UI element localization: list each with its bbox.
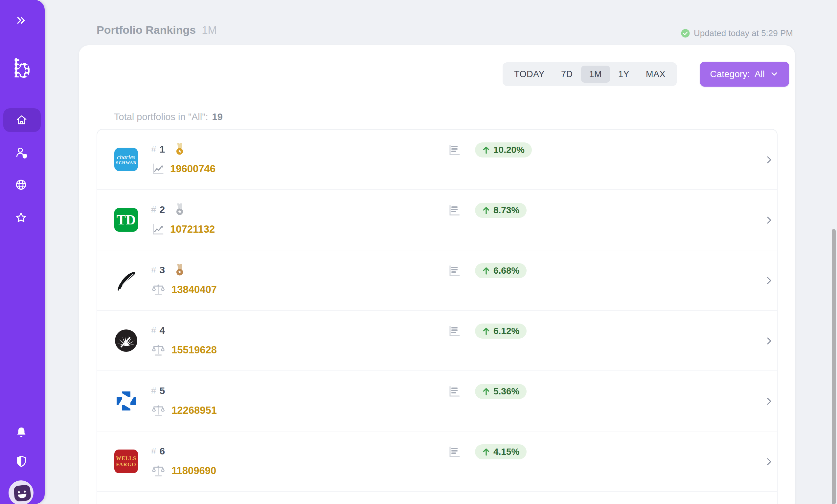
b-honeycomb-logo-icon: b [12, 56, 33, 81]
change-badge: 6.12% [475, 323, 527, 339]
medal-icon [174, 203, 185, 216]
metric-icon [151, 464, 165, 478]
avatar-face [14, 485, 32, 502]
chase-logo [114, 389, 138, 413]
portfolio-logo: charles SCHWAB TD [114, 268, 138, 292]
double-chevron-right-icon [15, 15, 27, 26]
table-row[interactable]: charles SCHWAB TD [97, 492, 777, 504]
collapse-sidebar-button[interactable] [15, 14, 28, 27]
sidebar-item-users[interactable] [15, 146, 28, 160]
chevron-right-icon [764, 396, 774, 406]
table-row[interactable]: charles SCHWAB TD [97, 190, 777, 250]
category-label: Category: [710, 69, 750, 79]
line-chart-icon [151, 163, 164, 175]
time-filter-option[interactable]: 7D [553, 66, 581, 83]
username-line: 19600746 [151, 161, 215, 177]
metric-icon [151, 343, 165, 357]
balance-scale-icon [151, 283, 165, 297]
rank-line: # 5 [151, 383, 185, 399]
bell-icon [15, 425, 28, 440]
time-filter-option[interactable]: TODAY [506, 66, 553, 83]
table-row[interactable]: charles SCHWAB TD [97, 311, 777, 371]
schwab-logo: charles SCHWAB [114, 148, 138, 171]
category-dropdown-button[interactable]: Category: All [700, 62, 789, 87]
shield-icon [15, 454, 28, 469]
td-bank-logo: TD [114, 208, 138, 232]
metric-icon [151, 283, 165, 297]
medal-icon [174, 263, 185, 277]
arrow-up-icon [482, 387, 490, 396]
time-filter-option[interactable]: 1M [581, 66, 610, 83]
rankings-list: charles SCHWAB TD [96, 129, 778, 504]
table-row[interactable]: charles SCHWAB TD [97, 431, 777, 492]
app-logo: b [11, 55, 34, 81]
change-percent: 10.20% [493, 145, 524, 155]
svg-text:b: b [13, 56, 31, 81]
bar-chart-icon [448, 144, 461, 156]
balance-scale-icon [151, 404, 165, 417]
balance-scale-icon [151, 343, 165, 357]
sidebar-item-explore[interactable] [14, 178, 28, 192]
portfolio-username: 13840407 [172, 284, 217, 296]
balance-scale-icon [151, 464, 165, 478]
rank-line: # 2 [151, 202, 185, 218]
updated-status: Updated today at 5:29 PM [681, 28, 793, 38]
change-badge: 6.68% [475, 263, 527, 278]
rank-hash: # [151, 325, 156, 336]
change-badge: 4.15% [475, 444, 527, 460]
time-filter-group: TODAY 7D 1M 1Y MAX [503, 62, 677, 86]
portfolio-username: 19600746 [170, 163, 215, 175]
sidebar-item-security[interactable] [15, 454, 28, 469]
star-icon [14, 211, 28, 225]
sidebar-item-notifications[interactable] [15, 425, 28, 440]
rank-line: # 3 [151, 262, 185, 278]
sidebar-item-profile[interactable] [8, 480, 34, 504]
globe-icon [14, 178, 28, 192]
time-filter-option[interactable]: MAX [638, 66, 674, 83]
bar-chart-icon [448, 325, 461, 337]
rank-number: 5 [160, 385, 165, 396]
username-line: 11809690 [151, 463, 216, 479]
rank-hash: # [151, 144, 156, 154]
change-badge: 8.73% [475, 203, 527, 218]
rank-line: # 4 [151, 322, 185, 338]
wells-fargo-logo: WELLS FARGO [114, 450, 138, 473]
portfolio-logo: charles SCHWAB TD [114, 389, 138, 413]
chevron-right-icon [764, 215, 774, 225]
portfolio-logo: charles SCHWAB TD [114, 450, 138, 473]
check-circle-icon [681, 29, 690, 38]
metric-icon [151, 404, 165, 417]
arrow-up-icon [482, 146, 490, 154]
chevron-right-icon [764, 155, 774, 165]
line-chart-icon [151, 223, 164, 236]
username-line: 12268951 [151, 403, 217, 418]
table-row[interactable]: charles SCHWAB TD [97, 371, 777, 431]
medal-icon [174, 143, 185, 156]
page-title-period: 1M [202, 24, 217, 36]
change-percent: 8.73% [493, 205, 519, 216]
table-row[interactable]: charles SCHWAB TD [97, 250, 777, 311]
change-percent: 6.68% [493, 265, 519, 276]
time-filter-option[interactable]: 1Y [610, 66, 638, 83]
bar-chart-icon [448, 204, 461, 216]
sidebar: b [0, 0, 45, 504]
chevron-down-icon [769, 69, 779, 79]
rank-line: # 1 [151, 142, 185, 157]
portfolio-username: 10721132 [170, 223, 215, 235]
total-portfolios-line: Total portfolios in "All":19 [114, 112, 223, 123]
bar-chart-icon [448, 386, 461, 397]
rank-number: 3 [160, 264, 165, 276]
username-line: 13840407 [151, 282, 217, 298]
sidebar-item-home[interactable] [15, 114, 28, 127]
table-row[interactable]: charles SCHWAB TD [97, 130, 777, 190]
rank-line: # 6 [151, 443, 185, 459]
total-portfolios-count: 19 [212, 112, 223, 122]
scrollbar-thumb[interactable] [832, 229, 836, 504]
metric-icon [151, 223, 164, 236]
change-percent: 5.36% [493, 386, 519, 397]
robinhood-feather-logo [114, 268, 138, 292]
bar-chart-icon [448, 265, 461, 277]
portfolio-logo: charles SCHWAB TD [114, 208, 138, 232]
sidebar-item-favorites[interactable] [14, 211, 28, 225]
portfolio-username: 15519628 [172, 344, 217, 356]
